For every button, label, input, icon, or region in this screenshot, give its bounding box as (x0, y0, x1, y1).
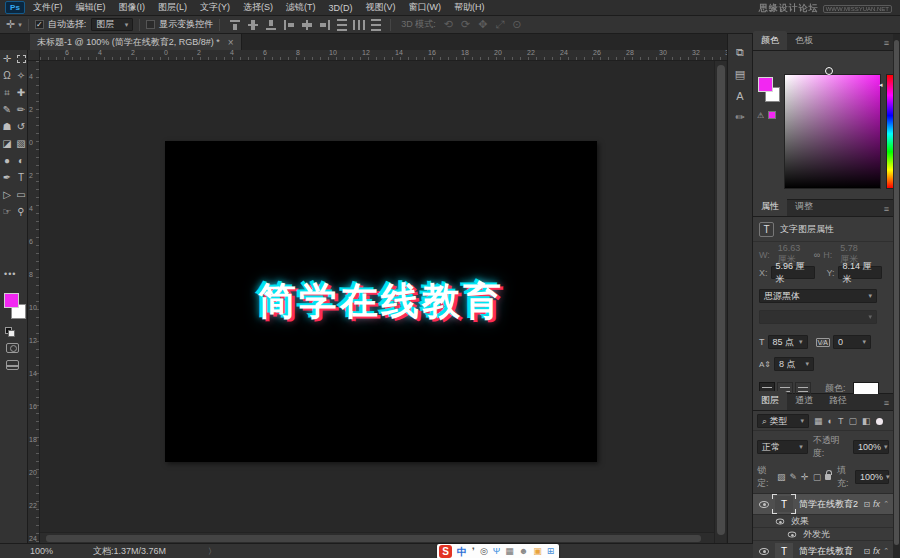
auto-select-dropdown[interactable]: 图层▾ (91, 18, 133, 31)
font-size-dropdown[interactable]: 85 点▾ (768, 335, 808, 349)
fx-badge[interactable]: fx (873, 546, 880, 556)
vertical-scrollbar[interactable] (714, 61, 726, 543)
quick-select-tool[interactable]: ✧ (15, 70, 28, 81)
tab-properties[interactable]: 属性 (753, 197, 787, 216)
tab-channels[interactable]: 通道 (787, 391, 821, 410)
ime-mode-icon[interactable]: 中 (457, 545, 467, 558)
distribute-hcenter-icon[interactable] (353, 20, 365, 30)
layer-filter-dropdown[interactable]: ⌕ 类型▾ (757, 414, 809, 428)
3d-roll-icon[interactable]: ⟳ (461, 18, 470, 31)
document-canvas[interactable]: 简学在线教育 (165, 141, 597, 462)
zoom-level-field[interactable]: 100% (30, 546, 53, 556)
show-transform-checkbox[interactable] (146, 20, 155, 29)
menu-item-9[interactable]: 窗口(W) (409, 1, 442, 14)
3d-slide-icon[interactable]: ⤢ (495, 18, 504, 31)
gamut-warning-icon[interactable]: ⚠ (757, 111, 764, 120)
distribute-horizontal-icon[interactable] (371, 19, 381, 31)
ime-symbol-icon[interactable]: ❜ (472, 547, 475, 556)
ime-user-icon[interactable]: ☻ (519, 547, 528, 556)
menu-item-0[interactable]: 文件(F) (33, 1, 63, 14)
visibility-eye-icon[interactable] (788, 531, 797, 537)
filter-type-icon[interactable]: T (838, 416, 844, 426)
blur-tool[interactable]: ● (1, 155, 14, 166)
3d-rotate-icon[interactable]: ⟲ (444, 18, 453, 31)
layer-name[interactable]: 简学在线教育 (799, 545, 853, 558)
opacity-dropdown[interactable]: 100%▾ (853, 440, 889, 454)
eyedropper-tool[interactable]: ✎ (1, 104, 14, 115)
panel-menu-icon[interactable]: ≡ (884, 398, 889, 408)
fx-badge[interactable]: fx (873, 499, 880, 509)
text-layer-thumbnail[interactable]: T (775, 543, 793, 558)
menu-item-10[interactable]: 帮助(H) (454, 1, 485, 14)
layer-row[interactable]: T 简学在线教育 ⊡ fx ⌃ (753, 541, 893, 558)
quick-mask-button[interactable] (6, 343, 19, 353)
zoom-tool[interactable]: ⚲ (15, 206, 28, 217)
3d-scale-icon[interactable]: ⊙ (512, 18, 521, 31)
filter-smart-icon[interactable]: ◧ (862, 416, 871, 426)
font-family-dropdown[interactable]: 思源黑体▾ (759, 289, 877, 303)
menu-item-7[interactable]: 3D(D) (329, 3, 353, 13)
brush-tool[interactable]: ✏ (15, 104, 28, 115)
lasso-tool[interactable]: Ω (1, 70, 14, 81)
align-top-icon[interactable] (229, 19, 241, 31)
lock-transparent-icon[interactable]: ▨ (777, 472, 786, 482)
swatches-panel-icon[interactable]: ▤ (735, 68, 745, 81)
color-picker-cursor[interactable] (825, 67, 833, 75)
panel-scrollbar[interactable] (893, 34, 900, 558)
dodge-tool[interactable]: ◐ (15, 155, 28, 166)
panel-menu-icon[interactable]: ≡ (884, 204, 889, 214)
tab-adjustments[interactable]: 调整 (787, 197, 821, 216)
ime-toolbar[interactable]: S 中 ❜◎Ψ▦☻▣⊞ (437, 544, 559, 558)
foreground-color-swatch[interactable] (4, 293, 19, 308)
menu-item-5[interactable]: 选择(S) (243, 1, 273, 14)
menu-item-8[interactable]: 视图(V) (366, 1, 396, 14)
hue-slider-marker[interactable]: ◂ (879, 81, 883, 89)
distribute-vertical-icon[interactable] (337, 19, 347, 31)
lock-all-icon[interactable] (825, 474, 831, 480)
healing-brush-tool[interactable]: ✚ (15, 87, 28, 98)
move-tool-icon[interactable]: ✛ (6, 19, 15, 30)
tab-layers[interactable]: 图层 (753, 391, 787, 410)
path-select-tool[interactable]: ▷ (1, 189, 14, 200)
filter-pin-icon[interactable] (876, 418, 883, 425)
ime-grid-icon[interactable]: ⊞ (547, 547, 555, 556)
panel-menu-icon[interactable]: ≡ (884, 38, 889, 48)
ime-mic-icon[interactable]: Ψ (493, 547, 501, 556)
layer-name[interactable]: 简学在线教育2 (799, 498, 858, 511)
marquee-tool[interactable] (15, 53, 28, 64)
brush-panel-icon[interactable]: ✏ (735, 111, 744, 124)
filter-shape-icon[interactable]: ▢ (848, 416, 857, 426)
gamut-warning-swatch[interactable] (768, 111, 776, 119)
gradient-tool[interactable]: ▧ (15, 138, 28, 149)
lock-pixels-icon[interactable]: ✎ (790, 472, 798, 482)
shape-tool[interactable]: ▭ (15, 189, 28, 200)
horizontal-scrollbar[interactable] (40, 532, 714, 543)
effects-row[interactable]: 效果 (753, 515, 893, 528)
align-right-icon[interactable] (319, 19, 331, 31)
ime-keyboard-icon[interactable]: ▦ (505, 547, 514, 556)
link-dimensions-icon[interactable]: ∞ (814, 250, 820, 260)
tool-preset-arrow[interactable]: ▾ (18, 21, 22, 29)
tab-paths[interactable]: 路径 (821, 391, 855, 410)
move-tool[interactable]: ✛ (1, 53, 14, 64)
document-tab[interactable]: 未标题-1 @ 100% (简学在线教育2, RGB/8#) * × (30, 34, 242, 50)
more-tools-button[interactable]: ••• (4, 269, 16, 279)
tab-swatches[interactable]: 色板 (787, 31, 821, 50)
filter-pixel-icon[interactable]: ▦ (814, 416, 823, 426)
align-hcenter-icon[interactable] (301, 19, 313, 31)
hand-tool[interactable]: ☞ (1, 206, 14, 217)
lock-position-icon[interactable]: ✛ (801, 472, 809, 482)
menu-item-2[interactable]: 图像(I) (119, 1, 146, 14)
tab-close-icon[interactable]: × (228, 37, 234, 48)
x-field[interactable]: 5.96 厘米 (771, 266, 815, 279)
filter-adjustment-icon[interactable]: ◐ (828, 416, 833, 426)
horizontal-scrollbar-thumb[interactable] (46, 535, 701, 542)
text-layer-thumbnail[interactable]: T (775, 496, 793, 512)
eraser-tool[interactable]: ◪ (1, 138, 14, 149)
y-field[interactable]: 8.14 厘米 (838, 266, 882, 279)
status-options-arrow[interactable]: 〉 (208, 546, 216, 557)
align-bottom-icon[interactable] (265, 19, 277, 31)
character-panel-icon[interactable]: A (736, 90, 743, 102)
visibility-eye-icon[interactable] (759, 548, 769, 555)
blend-mode-dropdown[interactable]: 正常▾ (757, 440, 808, 454)
